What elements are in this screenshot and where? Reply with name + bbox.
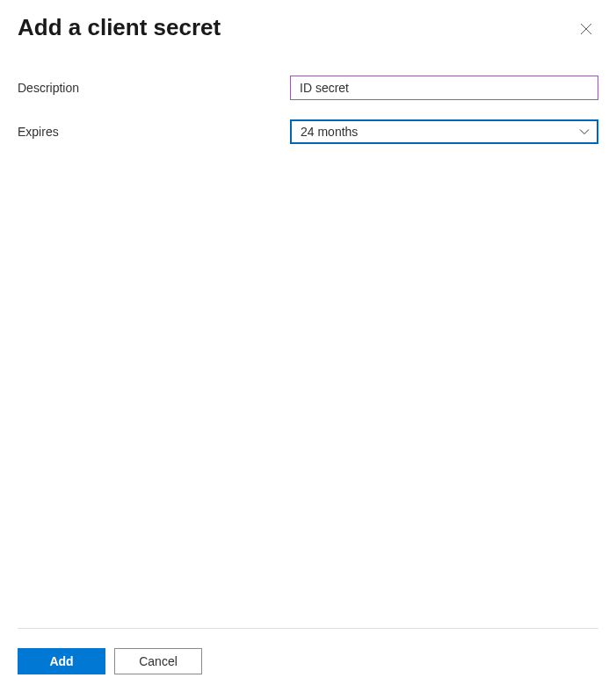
page-title: Add a client secret [18, 14, 221, 41]
add-button[interactable]: Add [18, 648, 105, 674]
expires-label: Expires [18, 125, 290, 139]
cancel-button[interactable]: Cancel [114, 648, 202, 674]
expires-value: 24 months [301, 125, 358, 139]
close-button[interactable] [574, 18, 598, 42]
close-icon [580, 23, 592, 38]
expires-select[interactable]: 24 months [290, 119, 598, 144]
description-input[interactable] [290, 76, 598, 100]
description-label: Description [18, 81, 290, 95]
